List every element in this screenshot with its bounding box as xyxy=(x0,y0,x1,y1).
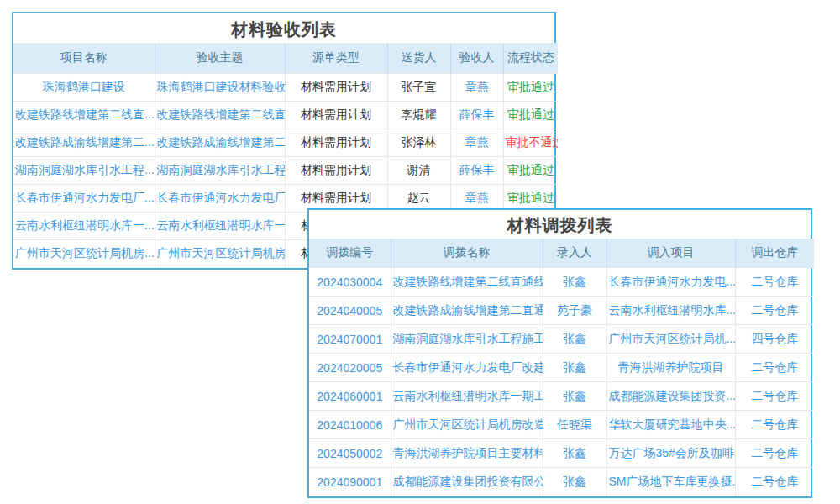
acceptance-link-cell[interactable]: 珠海鹤港口建设 xyxy=(13,74,155,102)
transfer-col-header-3: 调入项目 xyxy=(606,239,735,268)
table-row: 2024060001云南水利枢纽潜明水库一期工...张鑫成都能源建设集团投资..… xyxy=(309,382,814,411)
table-row: 2024020005长春市伊通河水力发电厂改建...张鑫青海洪湖养护院项目二号仓… xyxy=(309,354,814,382)
transfer-link-cell[interactable]: 二号仓库 xyxy=(735,268,814,297)
transfer-link-cell[interactable]: 二号仓库 xyxy=(735,297,814,325)
acceptance-link-cell[interactable]: 章燕 xyxy=(450,74,503,102)
table-row: 珠海鹤港口建设珠海鹤港口建设材料验收材料需用计划张子宣章燕审批通过 xyxy=(13,74,558,102)
table-row: 2024050002青海洪湖养护院项目主要材料...张鑫万达广场35#会所及咖啡… xyxy=(309,439,814,468)
transfer-col-header-0: 调拨编号 xyxy=(309,239,391,268)
acceptance-link-cell[interactable]: 改建铁路线增建第二线直... xyxy=(13,102,155,129)
table-row: 2024030004改建铁路线增建第二线直通线...张鑫长春市伊通河水力发电..… xyxy=(309,268,814,297)
transfer-link-cell[interactable]: 改建铁路线增建第二线直通线... xyxy=(391,268,543,297)
transfer-link-cell[interactable]: 2024070001 xyxy=(309,325,391,354)
acceptance-link-cell[interactable]: 广州市天河区统计局机房... xyxy=(13,240,155,268)
status-badge: 审批通过 xyxy=(503,74,558,102)
transfer-col-header-1: 调拨名称 xyxy=(391,239,543,268)
table-row: 改建铁路成渝线增建第二...改建铁路成渝线增建第二...材料需用计划张泽林章燕审… xyxy=(13,129,558,157)
transfer-link-cell[interactable]: 万达广场35#会所及咖啡... xyxy=(606,439,735,468)
acceptance-link-cell[interactable]: 章燕 xyxy=(450,129,503,157)
acceptance-link-cell[interactable]: 湖南洞庭湖水库引水工程... xyxy=(155,157,285,185)
transfer-link-cell[interactable]: 任晓渠 xyxy=(543,411,606,439)
acceptance-cell: 材料需用计划 xyxy=(285,74,387,102)
transfer-link-cell[interactable]: 成都能源建设集团投资有限公... xyxy=(391,468,543,496)
transfer-link-cell[interactable]: 张鑫 xyxy=(543,268,606,297)
acceptance-link-cell[interactable]: 长春市伊通河水力发电厂... xyxy=(155,185,285,213)
transfer-link-cell[interactable]: 青海洪湖养护院项目 xyxy=(606,354,735,382)
acceptance-link-cell[interactable]: 湖南洞庭湖水库引水工程... xyxy=(13,157,155,185)
transfer-link-cell[interactable]: 2024050002 xyxy=(309,439,391,468)
transfer-link-cell[interactable]: 2024010006 xyxy=(309,411,391,439)
acceptance-panel-title: 材料验收列表 xyxy=(13,13,554,43)
status-badge: 审批不通过 xyxy=(503,129,558,157)
transfer-link-cell[interactable]: 长春市伊通河水力发电厂改建... xyxy=(391,354,543,382)
acceptance-link-cell[interactable]: 改建铁路成渝线增建第二... xyxy=(13,129,155,157)
table-row: 2024010006广州市天河区统计局机房改造...任晓渠华软大厦研究基地中央.… xyxy=(309,411,814,439)
table-row: 湖南洞庭湖水库引水工程...湖南洞庭湖水库引水工程...材料需用计划谢清薛保丰审… xyxy=(13,157,558,185)
acceptance-link-cell[interactable]: 改建铁路线增建第二线直... xyxy=(155,102,285,129)
transfer-link-cell[interactable]: 成都能源建设集团投资... xyxy=(606,382,735,411)
transfer-link-cell[interactable]: 四号仓库 xyxy=(735,325,814,354)
material-transfer-panel: 材料调拨列表 调拨编号调拨名称录入人调入项目调出仓库 2024030004改建铁… xyxy=(307,208,812,498)
acceptance-cell: 张子宣 xyxy=(387,74,450,102)
acceptance-link-cell[interactable]: 薛保丰 xyxy=(450,157,503,185)
transfer-link-cell[interactable]: 云南水利枢纽潜明水库一期工... xyxy=(391,382,543,411)
acceptance-cell: 张泽林 xyxy=(387,129,450,157)
transfer-link-cell[interactable]: 张鑫 xyxy=(543,325,606,354)
acceptance-link-cell[interactable]: 薛保丰 xyxy=(450,102,503,129)
acceptance-cell: 材料需用计划 xyxy=(285,102,387,129)
transfer-link-cell[interactable]: 张鑫 xyxy=(543,382,606,411)
transfer-link-cell[interactable]: 广州市天河区统计局机房改造... xyxy=(391,411,543,439)
transfer-link-cell[interactable]: 云南水利枢纽潜明水库... xyxy=(606,297,735,325)
acceptance-link-cell[interactable]: 广州市天河区统计局机房... xyxy=(155,240,285,268)
transfer-link-cell[interactable]: 湖南洞庭湖水库引水工程施工... xyxy=(391,325,543,354)
transfer-link-cell[interactable]: 2024040005 xyxy=(309,297,391,325)
transfer-table: 调拨编号调拨名称录入人调入项目调出仓库 2024030004改建铁路线增建第二线… xyxy=(309,239,814,496)
transfer-link-cell[interactable]: 长春市伊通河水力发电... xyxy=(606,268,735,297)
transfer-link-cell[interactable]: 华软大厦研究基地中央... xyxy=(606,411,735,439)
table-row: 2024070001湖南洞庭湖水库引水工程施工...张鑫广州市天河区统计局机..… xyxy=(309,325,814,354)
transfer-header-row: 调拨编号调拨名称录入人调入项目调出仓库 xyxy=(309,239,814,268)
acceptance-link-cell[interactable]: 云南水利枢纽潜明水库一... xyxy=(13,213,155,240)
acceptance-cell: 李焜耀 xyxy=(387,102,450,129)
acceptance-cell: 谢清 xyxy=(387,157,450,185)
transfer-link-cell[interactable]: 二号仓库 xyxy=(735,382,814,411)
acceptance-col-header-0: 项目名称 xyxy=(13,43,155,74)
transfer-link-cell[interactable]: 二号仓库 xyxy=(735,354,814,382)
transfer-link-cell[interactable]: 二号仓库 xyxy=(735,411,814,439)
acceptance-link-cell[interactable]: 改建铁路成渝线增建第二... xyxy=(155,129,285,157)
acceptance-col-header-5: 流程状态 xyxy=(503,43,558,74)
transfer-col-header-4: 调出仓库 xyxy=(735,239,814,268)
status-badge: 审批通过 xyxy=(503,157,558,185)
transfer-link-cell[interactable]: 张鑫 xyxy=(543,468,606,496)
transfer-link-cell[interactable]: 二号仓库 xyxy=(735,468,814,496)
acceptance-cell: 材料需用计划 xyxy=(285,129,387,157)
transfer-link-cell[interactable]: 2024020005 xyxy=(309,354,391,382)
transfer-col-header-2: 录入人 xyxy=(543,239,606,268)
transfer-link-cell[interactable]: 二号仓库 xyxy=(735,439,814,468)
transfer-link-cell[interactable]: 苑子豪 xyxy=(543,297,606,325)
table-row: 改建铁路线增建第二线直...改建铁路线增建第二线直...材料需用计划李焜耀薛保丰… xyxy=(13,102,558,129)
acceptance-col-header-2: 源单类型 xyxy=(285,43,387,74)
transfer-link-cell[interactable]: 2024030004 xyxy=(309,268,391,297)
acceptance-link-cell[interactable]: 珠海鹤港口建设材料验收 xyxy=(155,74,285,102)
acceptance-link-cell[interactable]: 云南水利枢纽潜明水库一... xyxy=(155,213,285,240)
transfer-link-cell[interactable]: 青海洪湖养护院项目主要材料... xyxy=(391,439,543,468)
transfer-link-cell[interactable]: 2024060001 xyxy=(309,382,391,411)
transfer-link-cell[interactable]: 改建铁路成渝线增建第二直通... xyxy=(391,297,543,325)
acceptance-header-row: 项目名称验收主题源单类型送货人验收人流程状态 xyxy=(13,43,558,74)
status-badge: 审批通过 xyxy=(503,102,558,129)
acceptance-col-header-4: 验收人 xyxy=(450,43,503,74)
acceptance-link-cell[interactable]: 长春市伊通河水力发电厂... xyxy=(13,185,155,213)
acceptance-cell: 材料需用计划 xyxy=(285,157,387,185)
acceptance-col-header-3: 送货人 xyxy=(387,43,450,74)
transfer-link-cell[interactable]: 广州市天河区统计局机... xyxy=(606,325,735,354)
acceptance-col-header-1: 验收主题 xyxy=(155,43,285,74)
transfer-link-cell[interactable]: 张鑫 xyxy=(543,354,606,382)
table-row: 2024090001成都能源建设集团投资有限公...张鑫SM广场地下车库更换摄.… xyxy=(309,468,814,496)
transfer-panel-title: 材料调拨列表 xyxy=(309,210,811,239)
transfer-link-cell[interactable]: 张鑫 xyxy=(543,439,606,468)
transfer-link-cell[interactable]: 2024090001 xyxy=(309,468,391,496)
transfer-link-cell[interactable]: SM广场地下车库更换摄... xyxy=(606,468,735,496)
table-row: 2024040005改建铁路成渝线增建第二直通...苑子豪云南水利枢纽潜明水库.… xyxy=(309,297,814,325)
